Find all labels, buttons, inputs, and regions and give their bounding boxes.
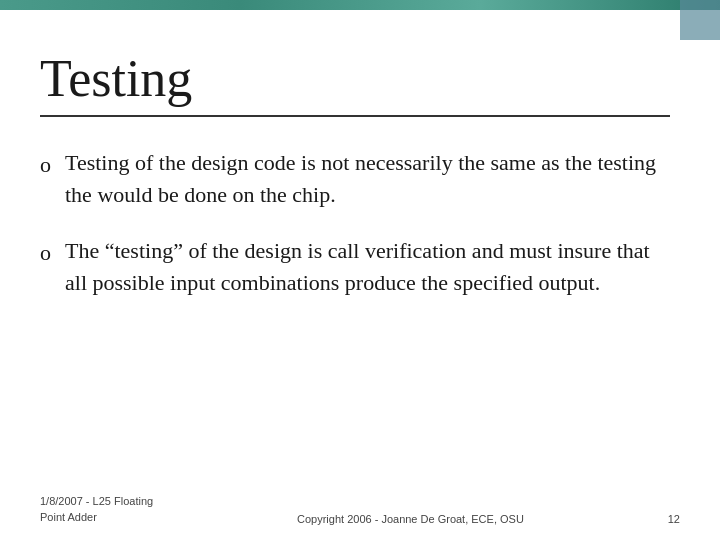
footer-left-line1: 1/8/2007 - L25 Floating [40,494,153,509]
bullet-item-2: o The “testing” of the design is call ve… [40,235,670,299]
footer-center: Copyright 2006 - Joanne De Groat, ECE, O… [297,513,524,525]
title-divider [40,115,670,117]
bullet-marker-1: o [40,149,51,181]
footer-right: 12 [668,513,680,525]
top-bar [0,0,720,10]
title-section: Testing [40,50,670,137]
footer-left-line2: Point Adder [40,510,153,525]
footer-left: 1/8/2007 - L25 Floating Point Adder [40,494,153,525]
bullet-text-2: The “testing” of the design is call veri… [65,235,670,299]
slide-title: Testing [40,50,670,107]
bullet-item-1: o Testing of the design code is not nece… [40,147,670,211]
slide-footer: 1/8/2007 - L25 Floating Point Adder Copy… [40,494,680,525]
bullet-text-1: Testing of the design code is not necess… [65,147,670,211]
bullet-list: o Testing of the design code is not nece… [40,147,670,510]
bullet-marker-2: o [40,237,51,269]
slide-content: Testing o Testing of the design code is … [0,10,720,540]
